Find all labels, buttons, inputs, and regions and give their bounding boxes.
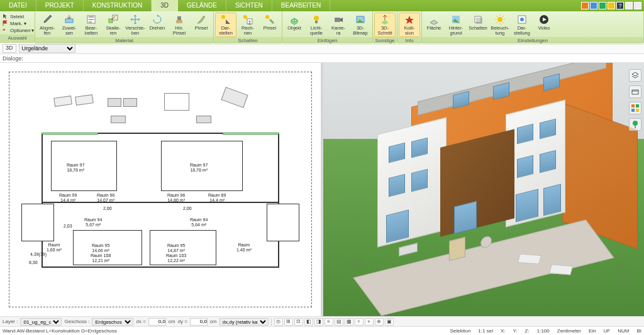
- color-swatch-4[interactable]: [608, 2, 615, 9]
- schatten2-tool[interactable]: Schatten: [467, 13, 489, 32]
- tab-projekt[interactable]: PROJEKT: [36, 0, 84, 11]
- svg-point-16: [497, 17, 502, 22]
- color-swatch-3[interactable]: [599, 2, 606, 9]
- tab-gelaende[interactable]: GELÄNDE: [178, 0, 226, 11]
- 3d-viewport[interactable]: ❋ ❋: [321, 63, 644, 316]
- skalieren-tool[interactable]: Skalie- ren: [103, 13, 124, 37]
- minimize-button[interactable]: [625, 2, 633, 9]
- layers-button[interactable]: [629, 69, 641, 82]
- tab-sichten[interactable]: SICHTEN: [226, 0, 272, 11]
- terrain-select[interactable]: Urgelände: [19, 44, 75, 53]
- room-106-left-label: Raum1,60 m²: [47, 243, 62, 253]
- sofa-1: [108, 98, 121, 107]
- status-num: NUM: [618, 328, 629, 334]
- help-button[interactable]: ?: [616, 2, 624, 9]
- icon-b6[interactable]: ≡: [325, 318, 333, 326]
- status-unit: Zentimeter: [557, 328, 581, 334]
- kollision-tool[interactable]: Kolli- sion: [399, 13, 420, 37]
- objekt-tool[interactable]: Objekt: [284, 13, 305, 32]
- hinpinsel-tool[interactable]: Hin. Pinsel: [169, 13, 190, 37]
- kamera-tool[interactable]: Kame- ra: [328, 13, 349, 37]
- icon-b8[interactable]: ▦: [345, 318, 353, 326]
- light-icon: [311, 14, 322, 25]
- svg-rect-26: [635, 125, 636, 128]
- dx-input[interactable]: [148, 318, 166, 326]
- geschoss-select[interactable]: Erdgeschos: [92, 318, 133, 326]
- tab-datei[interactable]: DATEI: [0, 0, 36, 11]
- camera-icon: [333, 14, 344, 25]
- color-swatch-1[interactable]: [581, 2, 589, 9]
- room-95-right-label: Raum 9514,87 m²Raum 10312,22 m²: [166, 243, 186, 263]
- mark-tool[interactable]: Mark.▾: [3, 20, 34, 26]
- bearbeiten-tool[interactable]: Bear- beiten: [80, 13, 102, 37]
- status-bl: BI: [636, 328, 641, 334]
- tab-bearbeiten[interactable]: BEARBEITEN: [272, 0, 330, 11]
- lounger-3: [221, 87, 248, 108]
- room-95-left-label: Raum 9514,66 m²Raum 10812,21 m²: [91, 243, 111, 263]
- hintergrund-tool[interactable]: Hinter- grund: [445, 13, 467, 37]
- table-set: [164, 93, 189, 111]
- tab-konstruktion[interactable]: KONSTRUKTION: [84, 0, 152, 11]
- bitmap3d-tool[interactable]: 3D- Bitmap: [350, 13, 371, 37]
- video-icon: [538, 14, 550, 25]
- display-icon: [220, 14, 231, 25]
- lighting-icon: [494, 14, 506, 25]
- select-tool[interactable]: Selekt: [3, 13, 34, 19]
- dy-input[interactable]: [190, 318, 208, 326]
- edit-icon: [86, 14, 97, 25]
- darstellung-tool[interactable]: Dar- stellung: [511, 13, 533, 37]
- verschieben-tool[interactable]: Verschie- ben: [125, 13, 146, 37]
- icon-b11[interactable]: ⊕: [375, 318, 384, 326]
- group-schatten-label: Schatten: [214, 37, 282, 45]
- cm-label-2: cm: [210, 319, 217, 324]
- color-swatch-2[interactable]: [590, 2, 597, 9]
- icon-b3[interactable]: ⊡: [294, 318, 303, 326]
- colors-button[interactable]: [629, 102, 641, 114]
- zuweisen-tool[interactable]: Zuwei- sen: [58, 13, 80, 37]
- beleuchtung-tool[interactable]: Beleuch- tung: [489, 13, 511, 37]
- drehen-tool[interactable]: Drehen: [147, 13, 168, 32]
- furniture-button[interactable]: [629, 85, 641, 98]
- eyedropper-icon: [42, 14, 53, 25]
- layer-select[interactable]: 01_ug_eg_og: [20, 318, 62, 326]
- icon-b4[interactable]: ◧: [304, 318, 313, 326]
- icon-b5[interactable]: ◨: [314, 318, 323, 326]
- flaeche-tool[interactable]: Fläche: [423, 13, 445, 32]
- render-icon: [516, 14, 528, 25]
- abgreifen-tool[interactable]: Abgrei- fen: [36, 13, 58, 37]
- status-sel-ratio: 1:1 sel: [478, 328, 493, 334]
- icon-b1[interactable]: ◎: [274, 318, 283, 326]
- coord-mode-select[interactable]: dx,dy (relativ ka: [219, 318, 269, 326]
- icon-b9[interactable]: ✧: [355, 318, 364, 326]
- flag-icon: [3, 20, 9, 26]
- options-tool[interactable]: +Optionen▾: [3, 27, 34, 33]
- room-94-right-label: Raum 945,64 m²: [190, 217, 208, 228]
- video-tool[interactable]: Video: [533, 13, 555, 32]
- status-uf: UF: [604, 328, 611, 334]
- room-94-left-label: Raum 945,67 m²: [84, 217, 102, 228]
- rotate-icon: [152, 14, 163, 25]
- pinsel-tool[interactable]: Pinsel: [191, 13, 212, 32]
- door-4: [543, 184, 561, 216]
- darstellen-tool[interactable]: Dar- stellen: [215, 13, 236, 37]
- rechnen-tool[interactable]: ∑Rech- nen: [237, 13, 258, 37]
- icon-b12[interactable]: ▣: [385, 318, 394, 326]
- plan-viewport[interactable]: Raum 9718,78 m² Raum 9718,78 m² Raum 991…: [0, 63, 321, 316]
- icon-b10[interactable]: ⌖: [365, 318, 374, 326]
- dialoge-label: Dialoge:: [0, 54, 644, 63]
- dim-h: 4,39(39): [30, 252, 47, 257]
- dim-830: 8,30: [29, 260, 38, 265]
- pinsel2-tool[interactable]: Pinsel: [259, 13, 280, 32]
- area-icon: [428, 14, 440, 25]
- tab-3d[interactable]: 3D: [152, 0, 178, 11]
- lounger-2: [75, 94, 94, 106]
- close-button[interactable]: [634, 2, 641, 9]
- collision-icon: [404, 14, 415, 25]
- icon-b2[interactable]: ⊞: [284, 318, 293, 326]
- schnitt3d-tool[interactable]: 3D- Schnitt: [374, 13, 396, 37]
- icon-b7[interactable]: ▤: [335, 318, 343, 326]
- view-mode-label: 3D: [3, 44, 16, 53]
- plants-button[interactable]: [629, 118, 641, 131]
- lichtquelle-tool[interactable]: Licht- quelle: [306, 13, 327, 37]
- outdoor-lounger-2: [549, 265, 574, 275]
